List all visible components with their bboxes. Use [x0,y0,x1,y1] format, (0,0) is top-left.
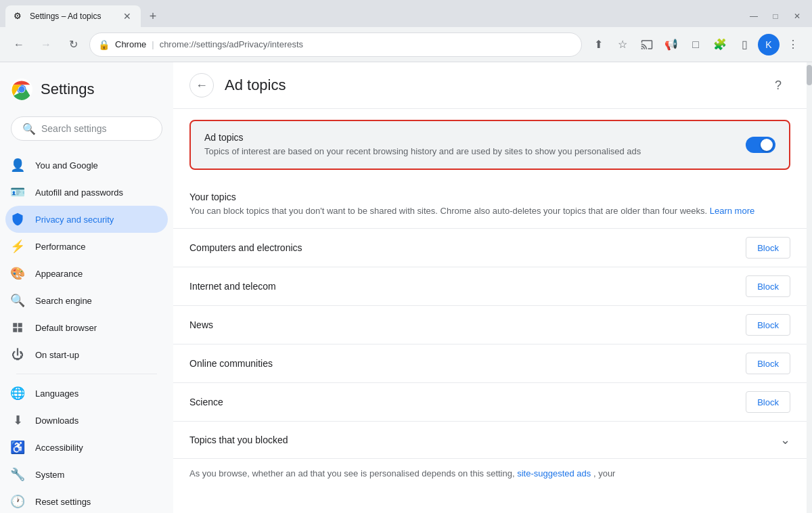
block-news-button[interactable]: Block [746,314,790,336]
sidebar-item-on-startup[interactable]: ⏻ On start-up [5,341,168,368]
topic-row-online-communities: Online communities Block [173,344,807,382]
forward-button[interactable]: → [35,34,57,55]
address-brand: Chrome [115,39,146,49]
topic-row-internet: Internet and telecom Block [173,267,807,305]
ad-topics-card-text: Ad topics Topics of interest are based o… [204,132,735,158]
close-window-button[interactable]: ✕ [788,7,807,26]
toolbar-actions: ⬆ ☆ 📢 □ 🧩 ▯ K ⋮ [587,34,804,55]
download-icon: ⬇ [11,414,24,427]
settings-title: Settings [41,81,95,98]
lock-icon: 🔒 [98,39,110,50]
sidebar-navigation: 👤 You and Google 🪪 Autofill and password… [0,152,173,513]
topic-row-news: News Block [173,305,807,344]
sidebar-toggle-icon[interactable]: ▯ [734,34,755,55]
ad-topics-card: Ad topics Topics of interest are based o… [189,120,790,170]
nav-label: Downloads [35,416,78,426]
reset-icon: 🕐 [11,495,24,508]
topic-label: Science [189,397,223,407]
block-internet-button[interactable]: Block [746,275,790,297]
chevron-down-icon: ⌄ [780,432,790,447]
settings-search-bar: 🔍 [0,111,173,152]
search-input-wrap[interactable]: 🔍 [11,116,162,141]
nav-label: Privacy and security [35,215,114,225]
profile-avatar[interactable]: K [758,34,780,55]
nav-label: Appearance [35,269,83,279]
content-back-button[interactable]: ← [189,73,214,97]
reload-button[interactable]: ↻ [62,34,84,55]
site-suggested-ads-link[interactable]: site-suggested ads [517,468,591,478]
sidebar-item-you-and-google[interactable]: 👤 You and Google [5,152,168,179]
nav-label: Autofill and passwords [35,187,123,198]
nav-label: Reset settings [35,497,91,507]
tab-title: Settings – Ad topics [30,12,116,21]
badge-icon: 🪪 [11,185,24,199]
your-topics-desc: You can block topics that you don't want… [189,205,790,217]
bottom-text-continuation: , your [593,468,616,478]
help-button[interactable]: ? [766,73,790,97]
sidebar-item-languages[interactable]: 🌐 Languages [5,380,168,407]
nav-label: Search engine [35,296,92,306]
topic-label: News [189,319,213,330]
palette-icon: 🎨 [11,267,24,280]
search-input[interactable] [41,123,160,134]
sidebar-item-downloads[interactable]: ⬇ Downloads [5,407,168,434]
page-title: Ad topics [225,76,755,94]
search-nav-icon: 🔍 [11,294,24,307]
tab-search-icon[interactable]: □ [685,34,706,55]
active-tab[interactable]: ⚙ Settings – Ad topics ✕ [5,5,141,27]
tab-favicon: ⚙ [14,11,24,22]
main-area: Settings 🔍 👤 You and Google 🪪 Autofill a… [0,62,812,513]
back-button[interactable]: ← [8,34,30,55]
scrollbar-thumb[interactable] [807,65,812,85]
accessibility-icon: ♿ [11,441,24,454]
sidebar-divider [16,374,157,374]
minimize-button[interactable]: — [744,7,763,26]
sidebar-item-search-engine[interactable]: 🔍 Search engine [5,287,168,314]
address-bar[interactable]: 🔒 Chrome | chrome://settings/adPrivacy/i… [89,32,582,57]
globe-icon: 🌐 [11,386,24,400]
power-icon: ⏻ [11,348,24,361]
media-icon[interactable]: 📢 [660,34,682,55]
ad-topics-card-title: Ad topics [204,132,735,143]
blocked-topics-title: Topics that you blocked [189,434,288,445]
ad-topics-toggle[interactable] [746,137,775,153]
sidebar-item-reset[interactable]: 🕐 Reset settings [5,488,168,513]
speed-icon: ⚡ [11,240,24,253]
sidebar-item-accessibility[interactable]: ♿ Accessibility [5,434,168,461]
settings-content: ← Ad topics ? Ad topics Topics of intere… [173,62,807,513]
scrollbar[interactable] [807,62,812,513]
extensions-icon[interactable]: 🧩 [709,34,731,55]
tab-close-button[interactable]: ✕ [122,11,133,22]
cast-icon[interactable] [636,34,658,55]
block-communities-button[interactable]: Block [746,353,790,374]
block-computers-button[interactable]: Block [746,237,790,259]
svg-point-3 [18,86,24,92]
maximize-button[interactable]: □ [766,7,785,26]
sidebar-item-performance[interactable]: ⚡ Performance [5,233,168,260]
address-url: chrome://settings/adPrivacy/interests [160,39,303,49]
search-icon: 🔍 [22,122,36,135]
topic-label: Online communities [189,358,273,369]
your-topics-title: Your topics [189,192,790,202]
share-icon[interactable]: ⬆ [587,34,609,55]
new-tab-button[interactable]: + [143,7,162,26]
nav-label: On start-up [35,350,79,360]
ad-topics-card-description: Topics of interest are based on your rec… [204,146,735,158]
block-science-button[interactable]: Block [746,391,790,413]
content-header: ← Ad topics ? [173,62,807,109]
person-icon: 👤 [11,158,24,172]
nav-label: Languages [35,388,78,399]
sidebar-item-system[interactable]: 🔧 System [5,461,168,488]
nav-label: Default browser [35,323,97,333]
sidebar-item-appearance[interactable]: 🎨 Appearance [5,260,168,287]
blocked-topics-section[interactable]: Topics that you blocked ⌄ [173,421,807,458]
learn-more-link[interactable]: Learn more [710,206,754,216]
shield-icon [11,213,24,226]
sidebar-item-autofill[interactable]: 🪪 Autofill and passwords [5,179,168,206]
more-menu-icon[interactable]: ⋮ [782,34,804,55]
your-topics-section: Your topics You can block topics that yo… [173,181,807,228]
address-divider: | [152,39,154,49]
sidebar-item-default-browser[interactable]: Default browser [5,314,168,341]
sidebar-item-privacy[interactable]: Privacy and security [5,206,168,233]
bookmark-icon[interactable]: ☆ [612,34,633,55]
